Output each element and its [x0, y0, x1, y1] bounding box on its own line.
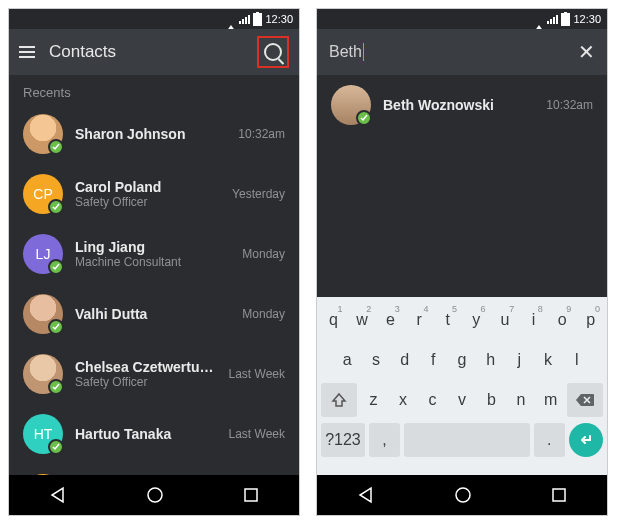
key-q[interactable]: q1 [321, 303, 346, 337]
contact-info: Hartuo Tanaka [75, 426, 217, 442]
key-.[interactable]: . [534, 423, 565, 457]
key-c[interactable]: c [420, 383, 446, 417]
contact-row[interactable]: Jalene Ng2 Weeks Ago [9, 464, 299, 475]
key-a[interactable]: a [335, 343, 360, 377]
contact-name: Beth Woznowski [383, 97, 534, 113]
contact-name: Valhi Dutta [75, 306, 230, 322]
back-icon[interactable] [49, 486, 67, 504]
home-icon[interactable] [454, 486, 472, 504]
contact-info: Ling JiangMachine Consultant [75, 239, 230, 269]
avatar: HT [23, 414, 63, 454]
contact-name: Chelsea Czetwertunski [75, 359, 217, 375]
key-v[interactable]: v [449, 383, 475, 417]
recent-apps-icon[interactable] [243, 487, 259, 503]
presence-icon [48, 439, 64, 455]
space-key[interactable] [404, 423, 529, 457]
signal-icon [547, 15, 558, 24]
enter-key[interactable] [569, 423, 603, 457]
key-g[interactable]: g [450, 343, 475, 377]
timestamp: Monday [242, 307, 285, 321]
signal-icon [239, 15, 250, 24]
key-o[interactable]: o9 [550, 303, 575, 337]
key-x[interactable]: x [390, 383, 416, 417]
key-e[interactable]: e3 [378, 303, 403, 337]
contact-row[interactable]: Chelsea CzetwertunskiSafety OfficerLast … [9, 344, 299, 404]
menu-icon[interactable] [19, 46, 35, 58]
contact-info: Carol PolandSafety Officer [75, 179, 220, 209]
avatar: LJ [23, 234, 63, 274]
search-result-row[interactable]: Beth Woznowski 10:32am [317, 75, 607, 135]
svg-point-1 [148, 488, 162, 502]
key-t[interactable]: t5 [435, 303, 460, 337]
close-icon[interactable]: ✕ [578, 40, 595, 64]
key-f[interactable]: f [421, 343, 446, 377]
status-bar: 12:30 [9, 9, 299, 29]
avatar [23, 294, 63, 334]
contact-subtitle: Machine Consultant [75, 255, 230, 269]
contact-info: Sharon Johnson [75, 126, 226, 142]
key-p[interactable]: p0 [578, 303, 603, 337]
contact-name: Sharon Johnson [75, 126, 226, 142]
backspace-key[interactable] [567, 383, 603, 417]
contact-row[interactable]: CPCarol PolandSafety OfficerYesterday [9, 164, 299, 224]
key-?123[interactable]: ?123 [321, 423, 365, 457]
clock: 12:30 [573, 13, 601, 25]
key-m[interactable]: m [538, 383, 564, 417]
timestamp: 10:32am [546, 98, 593, 112]
app-bar: Contacts [9, 29, 299, 75]
shift-key[interactable] [321, 383, 357, 417]
key-y[interactable]: y6 [464, 303, 489, 337]
key-s[interactable]: s [364, 343, 389, 377]
page-title: Contacts [49, 42, 243, 62]
contact-row[interactable]: HTHartuo TanakaLast Week [9, 404, 299, 464]
search-input[interactable]: Beth [329, 43, 568, 62]
svg-marker-0 [52, 488, 63, 502]
search-button[interactable] [257, 36, 289, 68]
key-i[interactable]: i8 [521, 303, 546, 337]
text-cursor [363, 43, 365, 61]
contacts-screen: 12:30 Contacts Recents Sharon Johnson10:… [8, 8, 300, 516]
battery-icon [253, 13, 262, 26]
key-r[interactable]: r4 [407, 303, 432, 337]
contact-row[interactable]: Valhi DuttaMonday [9, 284, 299, 344]
key-h[interactable]: h [478, 343, 503, 377]
search-icon [264, 43, 282, 61]
avatar: CP [23, 174, 63, 214]
search-screen: 12:30 Beth ✕ Beth Woznowski 10:32am q1w2… [316, 8, 608, 516]
key-j[interactable]: j [507, 343, 532, 377]
contact-name: Ling Jiang [75, 239, 230, 255]
key-z[interactable]: z [361, 383, 387, 417]
back-icon[interactable] [357, 486, 375, 504]
key-l[interactable]: l [564, 343, 589, 377]
timestamp: Last Week [229, 367, 285, 381]
presence-icon [48, 379, 64, 395]
contact-info: Valhi Dutta [75, 306, 230, 322]
soft-keyboard: q1w2e3r4t5y6u7i8o9p0asdfghjklzxcvbnm?123… [317, 297, 607, 475]
key-w[interactable]: w2 [350, 303, 375, 337]
home-icon[interactable] [146, 486, 164, 504]
key-d[interactable]: d [392, 343, 417, 377]
timestamp: Last Week [229, 427, 285, 441]
avatar [23, 114, 63, 154]
network-icon [534, 13, 544, 25]
key-k[interactable]: k [536, 343, 561, 377]
android-nav-bar [9, 475, 299, 515]
key-b[interactable]: b [479, 383, 505, 417]
contact-info: Beth Woznowski [383, 97, 534, 113]
timestamp: Monday [242, 247, 285, 261]
contact-row[interactable]: LJLing JiangMachine ConsultantMonday [9, 224, 299, 284]
key-u[interactable]: u7 [493, 303, 518, 337]
presence-icon [48, 259, 64, 275]
timestamp: 10:32am [238, 127, 285, 141]
contact-row[interactable]: Sharon Johnson10:32am [9, 104, 299, 164]
presence-icon [48, 139, 64, 155]
android-nav-bar [317, 475, 607, 515]
contact-name: Carol Poland [75, 179, 220, 195]
recent-apps-icon[interactable] [551, 487, 567, 503]
key-n[interactable]: n [508, 383, 534, 417]
key-,[interactable]: , [369, 423, 400, 457]
section-label: Recents [9, 75, 299, 104]
avatar [23, 354, 63, 394]
battery-icon [561, 13, 570, 26]
clock: 12:30 [265, 13, 293, 25]
